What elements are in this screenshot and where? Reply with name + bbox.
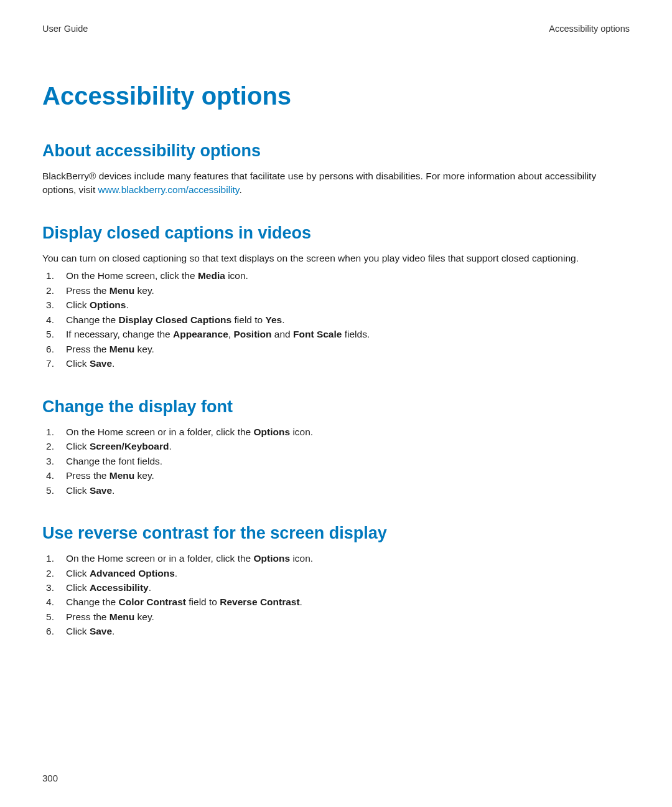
- list-item: Click Screen/Keyboard.: [46, 440, 630, 453]
- section-heading-about: About accessibility options: [42, 141, 630, 161]
- captions-intro: You can turn on closed captioning so tha…: [42, 252, 630, 265]
- list-item: Click Advanced Options.: [46, 567, 630, 580]
- list-item: Change the Display Closed Captions field…: [46, 313, 630, 327]
- list-item: Click Save.: [46, 484, 630, 498]
- page-header: User Guide Accessibility options: [42, 24, 630, 34]
- list-item: Press the Menu key.: [46, 469, 630, 483]
- page-title: Accessibility options: [42, 82, 630, 110]
- list-item: Click Save.: [46, 357, 630, 370]
- section-heading-font: Change the display font: [42, 397, 630, 417]
- list-item: Change the font fields.: [46, 455, 630, 468]
- list-item: On the Home screen or in a folder, click…: [46, 425, 630, 439]
- about-intro-post: .: [239, 184, 241, 195]
- list-item: Click Save.: [46, 625, 630, 638]
- list-item: If necessary, change the Appearance, Pos…: [46, 328, 630, 341]
- header-left: User Guide: [42, 24, 88, 34]
- font-steps: On the Home screen or in a folder, click…: [46, 425, 630, 498]
- list-item: Press the Menu key.: [46, 342, 630, 356]
- list-item: On the Home screen or in a folder, click…: [46, 552, 630, 565]
- list-item: Click Accessibility.: [46, 581, 630, 595]
- page-number: 300: [42, 773, 58, 783]
- captions-steps: On the Home screen, click the Media icon…: [46, 269, 630, 370]
- section-heading-captions: Display closed captions in videos: [42, 224, 630, 243]
- about-intro: BlackBerry® devices include many feature…: [42, 169, 630, 197]
- document-page: User Guide Accessibility options Accessi…: [0, 0, 672, 664]
- list-item: Change the Color Contrast field to Rever…: [46, 595, 630, 609]
- list-item: On the Home screen, click the Media icon…: [46, 269, 630, 283]
- list-item: Press the Menu key.: [46, 610, 630, 624]
- accessibility-link[interactable]: www.blackberry.com/accessibility: [98, 184, 240, 195]
- header-right: Accessibility options: [549, 24, 630, 34]
- section-heading-contrast: Use reverse contrast for the screen disp…: [42, 524, 630, 543]
- list-item: Click Options.: [46, 298, 630, 312]
- list-item: Press the Menu key.: [46, 284, 630, 298]
- contrast-steps: On the Home screen or in a folder, click…: [46, 552, 630, 639]
